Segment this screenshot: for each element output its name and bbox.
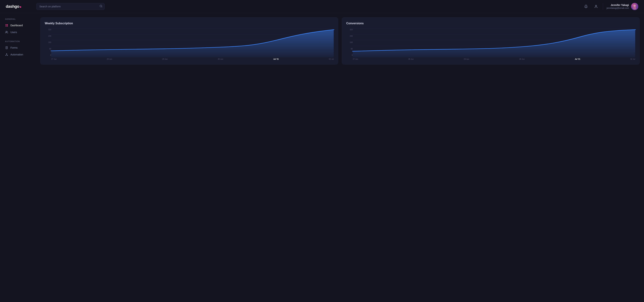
y-label-80: 80 (45, 48, 51, 50)
user-name: Jennifer Takagi (606, 4, 629, 7)
weekly-subscription-card: Weekly Subscription 320 240 160 80 0 (40, 17, 338, 65)
svg-point-16 (6, 53, 7, 54)
sidebar-item-users-label: Users (10, 31, 17, 34)
forms-icon (5, 46, 8, 49)
conversions-chart-inner: 27 Jun 28 Jun 29 Jun 30 Jun Jul '21 02 J… (353, 29, 635, 60)
layout: GENERAL Dashboard (0, 13, 644, 302)
sidebar-section-automation-label: AUTOMATION (3, 40, 33, 43)
conversions-chart-svg (353, 29, 635, 57)
person-icon (594, 5, 598, 8)
conv-x-label-02jul: 02 Jul (630, 58, 635, 60)
profile-button[interactable] (593, 3, 599, 10)
svg-rect-9 (6, 26, 6, 27)
weekly-chart-area (51, 29, 334, 57)
sidebar-item-forms-label: Forms (10, 46, 18, 49)
conv-x-label-30jun: 30 Jun (519, 58, 525, 60)
user-text: Jennifer Takagi jennitakagi@email.com (606, 4, 629, 9)
sidebar-section-general-label: GENERAL (3, 18, 33, 20)
sidebar-section-general: GENERAL Dashboard (3, 18, 33, 35)
main-content: Weekly Subscription 320 240 160 80 0 (36, 13, 644, 302)
svg-rect-10 (7, 26, 8, 27)
dashboard-icon (5, 24, 8, 27)
weekly-subscription-chart-wrapper: 320 240 160 80 0 (45, 29, 334, 60)
svg-point-11 (6, 31, 7, 32)
header: dashgo Jennifer Takagi (0, 0, 644, 13)
sidebar-item-automation[interactable]: Automation (3, 52, 33, 58)
y-label-320: 320 (45, 29, 51, 31)
conv-y-label-0: 0 (346, 54, 353, 56)
conv-y-label-240: 240 (346, 35, 353, 37)
x-label-02jul: 02 Jul (329, 58, 334, 60)
svg-line-21 (7, 55, 8, 55)
search-bar[interactable] (36, 3, 104, 10)
y-label-160: 160 (45, 41, 51, 43)
bell-icon (584, 5, 588, 8)
conv-x-label-29jun: 29 Jun (464, 58, 469, 60)
conv-x-label-28jun: 28 Jun (408, 58, 414, 60)
svg-point-18 (7, 55, 8, 56)
conversions-title: Conversions (346, 22, 635, 25)
conversions-y-axis: 320 240 160 80 0 (346, 29, 353, 60)
sidebar-item-dashboard-label: Dashboard (10, 24, 23, 27)
conversions-card: Conversions 320 240 160 80 0 (342, 17, 640, 65)
search-input[interactable] (36, 3, 104, 10)
svg-point-17 (6, 55, 6, 56)
weekly-y-axis: 320 240 160 80 0 (45, 29, 51, 60)
sidebar-item-forms[interactable]: Forms (3, 45, 33, 51)
x-label-27jun: 27 Jun (51, 58, 56, 60)
svg-rect-8 (7, 24, 8, 25)
logo-dot (20, 6, 21, 8)
svg-point-6 (633, 7, 636, 10)
automation-icon (5, 53, 8, 56)
x-label-29jun: 29 Jun (162, 58, 168, 60)
conversions-chart-area (353, 29, 635, 57)
conv-y-label-320: 320 (346, 29, 353, 31)
users-icon (5, 31, 8, 34)
user-info[interactable]: Jennifer Takagi jennitakagi@email.com (606, 3, 638, 10)
weekly-subscription-title: Weekly Subscription (45, 22, 334, 25)
x-label-jul21: Jul '21 (273, 58, 279, 60)
sidebar-section-automation: AUTOMATION Forms (3, 40, 33, 58)
notification-button[interactable] (583, 3, 589, 10)
svg-line-1 (102, 7, 102, 7)
header-right: Jennifer Takagi jennitakagi@email.com (583, 3, 638, 10)
svg-line-20 (6, 55, 7, 55)
x-label-30jun: 30 Jun (218, 58, 223, 60)
logo-text: dashgo (6, 4, 19, 9)
x-label-28jun: 28 Jun (107, 58, 112, 60)
sidebar-item-users[interactable]: Users (3, 29, 33, 35)
sidebar-item-automation-label: Automation (10, 53, 23, 56)
weekly-chart-svg (51, 29, 334, 57)
svg-point-5 (634, 5, 636, 7)
sidebar: GENERAL Dashboard (0, 13, 36, 302)
avatar-image (631, 3, 638, 10)
header-divider (603, 3, 603, 10)
conv-y-label-80: 80 (346, 48, 353, 50)
conv-x-label-27jun: 27 Jun (353, 58, 358, 60)
svg-rect-7 (6, 24, 6, 25)
conv-y-label-160: 160 (346, 41, 353, 43)
sidebar-item-dashboard[interactable]: Dashboard (3, 22, 33, 29)
conversions-chart-wrapper: 320 240 160 80 0 (346, 29, 635, 60)
conv-x-label-jul21: Jul '21 (575, 58, 580, 60)
logo: dashgo (6, 4, 21, 9)
weekly-x-axis: 27 Jun 28 Jun 29 Jun 30 Jun Jul '21 02 J… (51, 58, 334, 60)
weekly-chart-inner: 27 Jun 28 Jun 29 Jun 30 Jun Jul '21 02 J… (51, 29, 334, 60)
search-icon (100, 5, 102, 8)
user-email: jennitakagi@email.com (606, 7, 629, 9)
y-label-0: 0 (45, 54, 51, 56)
y-label-240: 240 (45, 35, 51, 37)
conversions-x-axis: 27 Jun 28 Jun 29 Jun 30 Jun Jul '21 02 J… (353, 58, 635, 60)
avatar (631, 3, 638, 10)
svg-point-2 (595, 5, 596, 6)
